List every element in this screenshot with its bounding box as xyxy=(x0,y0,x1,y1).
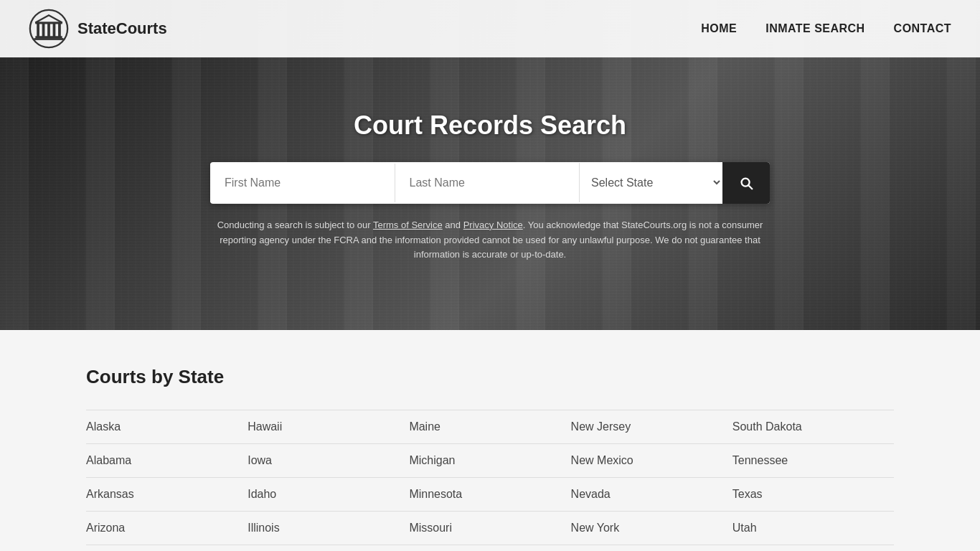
state-link[interactable]: Idaho xyxy=(248,478,409,512)
nav-home[interactable]: HOME xyxy=(701,22,737,35)
main-nav: HOME INMATE SEARCH CONTACT xyxy=(701,22,951,35)
state-link[interactable]: New Jersey xyxy=(571,410,732,444)
state-column-2: MaineMichiganMinnesotaMissouri xyxy=(409,410,570,545)
svg-rect-4 xyxy=(53,24,56,37)
state-link[interactable]: Hawaii xyxy=(248,410,409,444)
search-form: Select State AlabamaAlaskaArizonaArkansa… xyxy=(210,162,770,204)
states-grid: AlaskaAlabamaArkansasArizonaHawaiiIowaId… xyxy=(86,410,894,545)
hero-content: Court Records Search Select State Alabam… xyxy=(0,67,980,263)
state-link[interactable]: Arizona xyxy=(86,512,248,545)
svg-rect-1 xyxy=(37,24,39,37)
state-column-1: HawaiiIowaIdahoIllinois xyxy=(248,410,409,545)
state-link[interactable]: Nevada xyxy=(571,478,732,512)
state-select[interactable]: Select State AlabamaAlaskaArizonaArkansa… xyxy=(579,163,722,202)
state-link[interactable]: Maine xyxy=(409,410,570,444)
state-link[interactable]: Michigan xyxy=(409,444,570,478)
svg-rect-6 xyxy=(35,36,62,38)
state-link[interactable]: Alaska xyxy=(86,410,248,444)
state-link[interactable]: Arkansas xyxy=(86,478,248,512)
site-header: StateCourts HOME INMATE SEARCH CONTACT xyxy=(0,0,980,57)
hero-title: Court Records Search xyxy=(354,110,626,141)
svg-rect-8 xyxy=(35,22,62,24)
privacy-link[interactable]: Privacy Notice xyxy=(463,220,523,230)
state-link[interactable]: Minnesota xyxy=(409,478,570,512)
state-column-4: South DakotaTennesseeTexasUtah xyxy=(732,410,894,545)
state-link[interactable]: Alabama xyxy=(86,444,248,478)
search-icon xyxy=(738,175,754,191)
state-link[interactable]: New York xyxy=(571,512,732,545)
nav-contact[interactable]: CONTACT xyxy=(894,22,951,35)
main-content: Courts by State AlaskaAlabamaArkansasAri… xyxy=(0,330,980,551)
terms-link[interactable]: Terms of Service xyxy=(373,220,443,230)
svg-marker-7 xyxy=(35,15,62,22)
svg-rect-5 xyxy=(58,24,61,37)
first-name-input[interactable] xyxy=(210,164,395,202)
logo-link[interactable]: StateCourts xyxy=(29,9,167,49)
search-button[interactable] xyxy=(722,162,770,204)
state-link[interactable]: Missouri xyxy=(409,512,570,545)
state-link[interactable]: Utah xyxy=(732,512,894,545)
svg-rect-2 xyxy=(42,24,45,37)
last-name-input[interactable] xyxy=(395,164,580,202)
state-column-3: New JerseyNew MexicoNevadaNew York xyxy=(571,410,732,545)
state-column-0: AlaskaAlabamaArkansasArizona xyxy=(86,410,248,545)
courts-by-state-title: Courts by State xyxy=(86,366,894,388)
state-link[interactable]: Iowa xyxy=(248,444,409,478)
state-link[interactable]: Illinois xyxy=(248,512,409,545)
state-link[interactable]: New Mexico xyxy=(571,444,732,478)
logo-icon xyxy=(29,9,69,49)
logo-text: StateCourts xyxy=(77,19,167,38)
state-link[interactable]: Tennessee xyxy=(732,444,894,478)
header: StateCourts HOME INMATE SEARCH CONTACT C… xyxy=(0,0,980,330)
nav-inmate-search[interactable]: INMATE SEARCH xyxy=(765,22,864,35)
svg-rect-3 xyxy=(47,24,50,37)
state-link[interactable]: Texas xyxy=(732,478,894,512)
state-link[interactable]: South Dakota xyxy=(732,410,894,444)
svg-rect-9 xyxy=(34,38,63,40)
search-disclaimer: Conducting a search is subject to our Te… xyxy=(210,218,770,263)
